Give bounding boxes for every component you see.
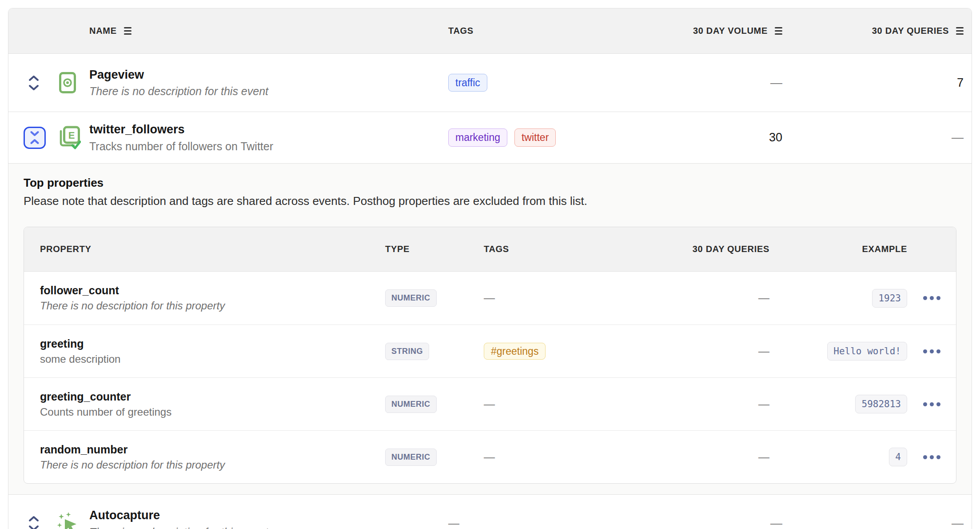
property-example-cell: 4 <box>769 448 907 466</box>
column-header-name-label: NAME <box>89 26 117 36</box>
tag-traffic: traffic <box>448 74 487 92</box>
svg-text:E: E <box>68 130 75 141</box>
twitter-followers-tags-cell: marketing twitter <box>448 128 635 147</box>
twitter-followers-name-cell[interactable]: twitter_followers Tracks number of follo… <box>89 122 448 153</box>
chevron-down-icon <box>27 524 40 529</box>
tag-greetings: #greetings <box>484 343 546 360</box>
property-type-cell: STRING <box>385 343 484 360</box>
top-properties-panel: Top properties Please note that descript… <box>8 163 972 494</box>
column-header-example-label: EXAMPLE <box>862 244 907 254</box>
property-name-cell[interactable]: greeting_counter Counts number of greeti… <box>40 390 385 418</box>
event-row-pageview[interactable]: Pageview There is no description for thi… <box>8 54 972 112</box>
property-name-cell[interactable]: follower_count There is no description f… <box>40 284 385 312</box>
type-badge: NUMERIC <box>385 289 437 307</box>
expand-row-button[interactable] <box>24 510 44 529</box>
property-row-greeting[interactable]: greeting some description STRING #greeti… <box>24 325 956 377</box>
property-name[interactable]: random_number <box>40 443 385 456</box>
column-header-volume-label: 30 DAY VOLUME <box>693 26 768 36</box>
event-description: There is no description for this event <box>89 525 448 529</box>
chevron-down-icon <box>27 84 40 92</box>
column-header-queries[interactable]: 30 DAY QUERIES <box>782 26 964 36</box>
pageview-event-icon <box>55 72 80 93</box>
property-menu-cell <box>907 452 956 463</box>
collapse-row-button[interactable] <box>24 127 46 149</box>
tag-marketing: marketing <box>448 128 507 147</box>
example-value: 4 <box>889 448 907 466</box>
property-example-cell: 5982813 <box>769 395 907 413</box>
chevron-up-icon <box>28 138 41 145</box>
pageview-queries: 7 <box>782 76 964 90</box>
column-header-name[interactable]: NAME <box>89 26 448 36</box>
autocapture-event-icon <box>55 511 80 529</box>
column-header-tags-label: TAGS <box>448 26 474 36</box>
event-name[interactable]: twitter_followers <box>89 122 448 137</box>
property-example-cell: 1923 <box>769 289 907 308</box>
property-row-follower-count[interactable]: follower_count There is no description f… <box>24 272 956 325</box>
example-value: Hello world! <box>827 342 907 361</box>
chevron-up-icon <box>27 515 40 523</box>
property-row-greeting-counter[interactable]: greeting_counter Counts number of greeti… <box>24 377 956 430</box>
example-value: 1923 <box>872 289 907 308</box>
property-tags-cell: — <box>484 451 670 464</box>
property-name[interactable]: follower_count <box>40 284 385 297</box>
twitter-followers-icons-cell: E <box>8 126 89 150</box>
autocapture-name-cell[interactable]: Autocapture There is no description for … <box>89 508 448 529</box>
property-queries-cell: — <box>670 398 769 411</box>
event-description: Tracks number of followers on Twitter <box>89 140 448 153</box>
column-header-prop-tags: TAGS <box>484 244 670 254</box>
more-options-icon[interactable] <box>920 452 944 463</box>
sort-menu-icon[interactable] <box>124 27 131 35</box>
event-definition-verified-icon: E <box>56 126 82 150</box>
pageview-tags-cell: traffic <box>448 74 635 92</box>
more-options-icon[interactable] <box>920 399 944 410</box>
column-header-volume[interactable]: 30 DAY VOLUME <box>635 26 782 36</box>
column-header-type: TYPE <box>385 244 484 254</box>
autocapture-volume: — <box>635 517 782 529</box>
property-queries-cell: — <box>670 292 769 305</box>
property-row-random-number[interactable]: random_number There is no description fo… <box>24 430 956 483</box>
column-header-property: PROPERTY <box>40 244 385 254</box>
sort-menu-icon[interactable] <box>775 27 782 35</box>
column-header-tags: TAGS <box>448 26 635 36</box>
property-description: Counts number of greetings <box>40 406 385 418</box>
event-name[interactable]: Pageview <box>89 68 448 83</box>
sort-menu-icon[interactable] <box>956 27 964 35</box>
property-queries-cell: — <box>670 345 769 358</box>
property-name[interactable]: greeting <box>40 337 385 350</box>
column-header-example: EXAMPLE <box>769 244 907 254</box>
expand-row-button[interactable] <box>24 69 44 96</box>
property-name[interactable]: greeting_counter <box>40 390 385 403</box>
column-header-type-label: TYPE <box>385 244 410 254</box>
pageview-name-cell[interactable]: Pageview There is no description for thi… <box>89 68 448 98</box>
events-table-header: NAME TAGS 30 DAY VOLUME 30 DAY QUERIES <box>8 8 972 54</box>
event-row-twitter-followers[interactable]: E twitter_followers Tracks number of fol… <box>8 112 972 163</box>
tag-twitter: twitter <box>514 128 556 147</box>
type-badge: STRING <box>385 343 429 360</box>
more-options-icon[interactable] <box>920 293 944 304</box>
property-queries-cell: — <box>670 451 769 464</box>
event-name[interactable]: Autocapture <box>89 508 448 523</box>
column-header-property-label: PROPERTY <box>40 244 92 254</box>
example-value: 5982813 <box>855 395 907 413</box>
property-menu-cell <box>907 293 956 304</box>
autocapture-queries: — <box>782 517 964 529</box>
pageview-volume: — <box>635 76 782 90</box>
events-definitions-card: NAME TAGS 30 DAY VOLUME 30 DAY QUERIES <box>8 8 972 529</box>
property-type-cell: NUMERIC <box>385 396 484 413</box>
property-name-cell[interactable]: random_number There is no description fo… <box>40 443 385 471</box>
pageview-icons-cell <box>8 69 89 96</box>
properties-table-header: PROPERTY TYPE TAGS 30 DAY QUERIES EXAMPL… <box>24 227 956 272</box>
property-name-cell[interactable]: greeting some description <box>40 337 385 365</box>
twitter-followers-volume: 30 <box>635 131 782 144</box>
chevron-down-icon <box>28 130 41 137</box>
column-header-prop-queries: 30 DAY QUERIES <box>670 244 769 254</box>
properties-table: PROPERTY TYPE TAGS 30 DAY QUERIES EXAMPL… <box>24 227 956 484</box>
property-type-cell: NUMERIC <box>385 449 484 466</box>
autocapture-tags-cell: — <box>448 517 635 529</box>
event-row-autocapture[interactable]: Autocapture There is no description for … <box>8 494 972 529</box>
more-options-icon[interactable] <box>920 346 944 357</box>
chevron-up-icon <box>27 74 40 82</box>
property-tags-cell: — <box>484 398 670 411</box>
panel-note: Please note that description and tags ar… <box>24 194 956 208</box>
type-badge: NUMERIC <box>385 396 437 413</box>
